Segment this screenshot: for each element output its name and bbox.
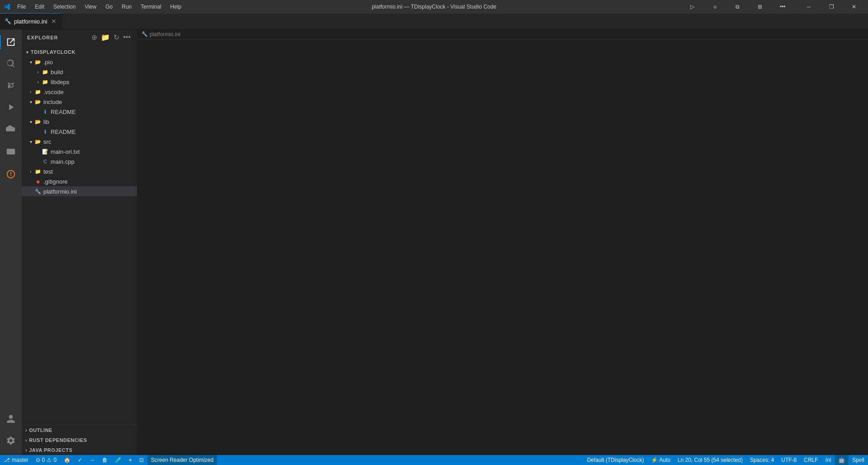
status-platformio-status[interactable]: 🤖 [835, 455, 849, 465]
info-icon: ℹ [42, 108, 49, 115]
activity-remote-explorer[interactable] [0, 142, 22, 163]
status-spell[interactable]: Spell [849, 455, 868, 465]
readme-include-label: README [51, 109, 76, 115]
svg-rect-0 [7, 149, 15, 155]
platformio-ini-icon: 🔧 [34, 188, 42, 195]
language-text: Ini [826, 457, 831, 463]
activity-platformio[interactable] [0, 163, 22, 185]
activity-settings[interactable] [0, 430, 22, 451]
tree-src[interactable]: ▾ 📂 src [22, 137, 137, 147]
warning-count: 0 [53, 457, 57, 463]
position-text: Ln 20, Col 55 (54 selected) [678, 457, 743, 463]
more-actions-button[interactable]: ••• [772, 0, 793, 14]
activity-bar [0, 29, 22, 455]
platformio-tab-icon: 🔧 [5, 18, 11, 24]
error-count: 0 [42, 457, 45, 463]
main-cpp-label: main.cpp [51, 158, 75, 165]
status-arrow[interactable]: → [86, 455, 99, 465]
collapse-all-button[interactable]: ••• [122, 32, 132, 43]
breadcrumb: 🔧 platformio.ini [137, 29, 868, 39]
refresh-button[interactable]: ↻ [113, 32, 120, 43]
libdeps-label: libdeps [51, 79, 69, 85]
status-test[interactable]: 🧪 [111, 455, 125, 465]
status-git-branch[interactable]: ⎇ master [0, 455, 32, 465]
breadcrumb-platformio-icon: 🔧 [142, 31, 148, 37]
tree-gitignore[interactable]: › ◆ .gitignore [22, 176, 137, 186]
status-antenna[interactable]: ⌖ [125, 455, 136, 465]
menu-help[interactable]: Help [168, 3, 184, 11]
activity-search[interactable] [0, 53, 22, 75]
folder-src-icon: 📂 [34, 138, 42, 145]
new-folder-button[interactable]: 📁 [100, 32, 111, 43]
status-encoding[interactable]: UTF-8 [778, 455, 800, 465]
title-bar-controls: ▷ ⌾ ⧉ ⊞ ••• ─ ❒ ✕ [682, 0, 864, 14]
tree-lib[interactable]: ▾ 📂 lib [22, 117, 137, 127]
activity-extensions[interactable] [0, 118, 22, 140]
info-lib-icon: ℹ [42, 128, 49, 135]
tree-readme-include[interactable]: › ℹ README [22, 107, 137, 117]
platformio-status-icon: 🤖 [838, 457, 845, 463]
new-file-button[interactable]: ⊕ [90, 32, 98, 43]
tree-vscode[interactable]: › 📁 .vscode [22, 87, 137, 97]
tree-test[interactable]: › 📁 test [22, 166, 137, 176]
tree-readme-lib[interactable]: › ℹ README [22, 127, 137, 137]
code-content[interactable] [160, 39, 868, 455]
root-arrow-icon: ▾ [24, 48, 31, 56]
outline-panel-header[interactable]: › OUTLINE [22, 425, 137, 435]
title-bar: File Edit Selection View Go Run Terminal… [0, 0, 868, 14]
status-auto[interactable]: ⚡ Auto [647, 455, 674, 465]
activity-run[interactable] [0, 96, 22, 118]
build-label: build [51, 69, 63, 76]
tree-pio[interactable]: ▾ 📂 .pio [22, 57, 137, 67]
sidebar-actions: ⊕ 📁 ↻ ••• [90, 32, 132, 43]
menu-view[interactable]: View [82, 3, 99, 11]
readme-lib-label: README [51, 128, 76, 135]
rust-deps-panel-header[interactable]: › RUST DEPENDENCIES [22, 435, 137, 445]
run-button[interactable]: ▷ [682, 0, 703, 14]
warning-icon: ⚠ [47, 457, 52, 463]
status-spaces[interactable]: Spaces: 4 [746, 455, 778, 465]
root-label: TDISPLAYCLOCK [31, 49, 75, 55]
status-upload[interactable]: ⊡ [136, 455, 147, 465]
menu-terminal[interactable]: Terminal [138, 3, 164, 11]
tab-platformio-ini[interactable]: 🔧 platformio.ini ✕ [0, 13, 62, 29]
tab-bar: 🔧 platformio.ini ✕ [0, 14, 868, 29]
status-home[interactable]: 🏠 [60, 455, 74, 465]
menu-edit[interactable]: Edit [32, 3, 47, 11]
status-eol[interactable]: CRLF [800, 455, 821, 465]
tree-main-cpp[interactable]: › C main.cpp [22, 157, 137, 166]
tree-libdeps[interactable]: › 📁 libdeps [22, 77, 137, 87]
tree-build[interactable]: › 📁 build [22, 67, 137, 77]
java-projects-panel-header[interactable]: › JAVA PROJECTS [22, 445, 137, 455]
include-label: include [43, 99, 62, 105]
status-trash[interactable]: 🗑 [99, 455, 111, 465]
close-button[interactable]: ✕ [844, 0, 864, 14]
customize-layout-button[interactable]: ⊞ [750, 0, 770, 14]
tree-root[interactable]: ▾ TDISPLAYCLOCK [22, 47, 137, 57]
menu-file[interactable]: File [14, 3, 28, 11]
txt-icon: 📝 [42, 148, 49, 155]
menu-go[interactable]: Go [103, 3, 115, 11]
menu-selection[interactable]: Selection [51, 3, 78, 11]
menu-run[interactable]: Run [119, 3, 134, 11]
activity-explorer[interactable] [0, 31, 22, 53]
debug-button[interactable]: ⌾ [704, 0, 725, 14]
code-editor[interactable] [137, 39, 868, 455]
tree-include[interactable]: ▾ 📂 include [22, 97, 137, 107]
tree-platformio-ini[interactable]: › 🔧 platformio.ini [22, 186, 137, 196]
minimize-button[interactable]: ─ [798, 0, 819, 14]
activity-accounts[interactable] [0, 408, 22, 430]
status-position[interactable]: Ln 20, Col 55 (54 selected) [674, 455, 746, 465]
folder-test-icon: 📁 [34, 168, 42, 175]
tab-close-button[interactable]: ✕ [50, 18, 57, 25]
restore-button[interactable]: ❒ [821, 0, 842, 14]
status-default-env[interactable]: Default (TDisplayClock) [583, 455, 647, 465]
activity-source-control[interactable] [0, 75, 22, 96]
status-git-errors[interactable]: ⊙ 0 ⚠ 0 [32, 455, 60, 465]
status-language[interactable]: Ini [822, 455, 835, 465]
tree-main-ori[interactable]: › 📝 main-ori.txt [22, 147, 137, 157]
screen-reader-text: Screen Reader Optimized [151, 457, 213, 463]
breadcrumb-filename[interactable]: platformio.ini [150, 31, 180, 38]
split-editor-button[interactable]: ⧉ [727, 0, 748, 14]
status-checkmark[interactable]: ✓ [74, 455, 86, 465]
